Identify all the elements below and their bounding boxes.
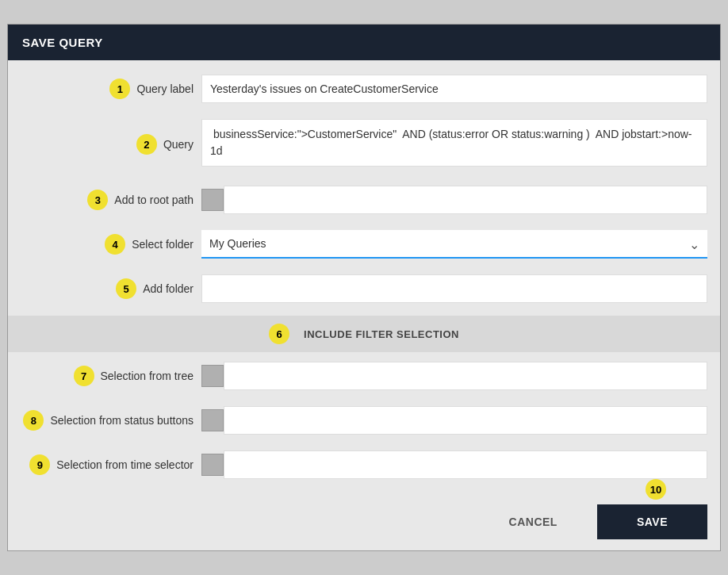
dialog-header: SAVE QUERY <box>8 25 720 60</box>
selection-from-time-checkbox[interactable] <box>201 454 224 476</box>
add-folder-input[interactable] <box>201 274 707 303</box>
add-folder-label-area: 5 Add folder <box>21 278 193 299</box>
badge-5: 5 <box>116 278 136 299</box>
query-label-label-area: 1 Query label <box>21 79 193 99</box>
badge-1: 1 <box>109 79 130 99</box>
dialog-body: 1 Query label 2 Query <box>8 60 720 485</box>
add-to-root-path-control-wrapper <box>201 186 707 214</box>
selection-from-tree-control-wrapper <box>201 362 707 390</box>
selection-from-status-checkbox[interactable] <box>201 409 224 431</box>
badge-3: 3 <box>87 190 108 210</box>
cancel-button[interactable]: CANCEL <box>469 504 597 539</box>
add-to-root-path-row: 3 Add to root path <box>8 179 720 220</box>
save-query-dialog: SAVE QUERY 1 Query label 2 Query <box>7 24 721 551</box>
select-folder-label: Select folder <box>132 238 193 251</box>
query-label: Query <box>163 138 193 151</box>
selection-from-tree-row: 7 Selection from tree <box>8 355 720 397</box>
query-label-row: 1 Query label <box>8 68 720 109</box>
badge-9: 9 <box>29 454 50 475</box>
add-to-root-path-label: Add to root path <box>114 194 193 206</box>
query-input[interactable] <box>201 119 707 167</box>
select-folder-label-area: 4 Select folder <box>21 234 193 255</box>
badge-8: 8 <box>23 410 44 431</box>
selection-from-tree-label: Selection from tree <box>101 370 194 382</box>
badge-6: 6 <box>269 324 289 344</box>
query-row: 2 Query <box>8 113 720 176</box>
save-button-area: 10 SAVE <box>597 504 707 539</box>
query-label-label: Query label <box>136 82 193 95</box>
select-folder-dropdown[interactable]: My Queries <box>201 230 707 259</box>
badge-10: 10 <box>646 479 666 500</box>
badge-7: 7 <box>74 366 94 386</box>
save-button[interactable]: SAVE <box>597 504 707 539</box>
query-input-wrapper <box>193 119 707 170</box>
select-folder-wrapper: My Queries ⌄ <box>201 230 707 259</box>
add-to-root-path-checkbox[interactable] <box>201 189 224 211</box>
select-folder-row: 4 Select folder My Queries ⌄ <box>8 224 720 265</box>
add-folder-label: Add folder <box>143 282 193 295</box>
selection-from-status-label: Selection from status buttons <box>50 414 193 427</box>
selection-from-time-control-wrapper <box>201 450 707 479</box>
dialog-title: SAVE QUERY <box>22 36 103 49</box>
badge-2: 2 <box>136 134 157 155</box>
selection-from-status-control-wrapper <box>201 406 707 435</box>
add-to-root-path-label-area: 3 Add to root path <box>21 190 193 210</box>
filter-section-title: INCLUDE FILTER SELECTION <box>304 328 459 340</box>
dialog-footer: CANCEL 10 SAVE <box>8 493 720 550</box>
add-folder-input-wrapper <box>193 274 707 303</box>
selection-from-time-label: Selection from time selector <box>56 458 193 471</box>
selection-from-time-label-area: 9 Selection from time selector <box>21 454 193 475</box>
add-folder-row: 5 Add folder <box>8 268 720 309</box>
query-label-input[interactable] <box>201 75 707 103</box>
selection-from-tree-checkbox[interactable] <box>201 365 224 387</box>
selection-from-tree-label-area: 7 Selection from tree <box>21 366 193 386</box>
badge-4: 4 <box>105 234 125 255</box>
selection-from-status-row: 8 Selection from status buttons <box>8 400 720 441</box>
filter-section-divider: 6 INCLUDE FILTER SELECTION <box>8 316 720 352</box>
selection-from-status-label-area: 8 Selection from status buttons <box>21 410 193 431</box>
query-label-input-wrapper <box>193 75 707 103</box>
query-label-area: 2 Query <box>21 134 193 155</box>
selection-from-time-row: 9 Selection from time selector <box>8 444 720 485</box>
